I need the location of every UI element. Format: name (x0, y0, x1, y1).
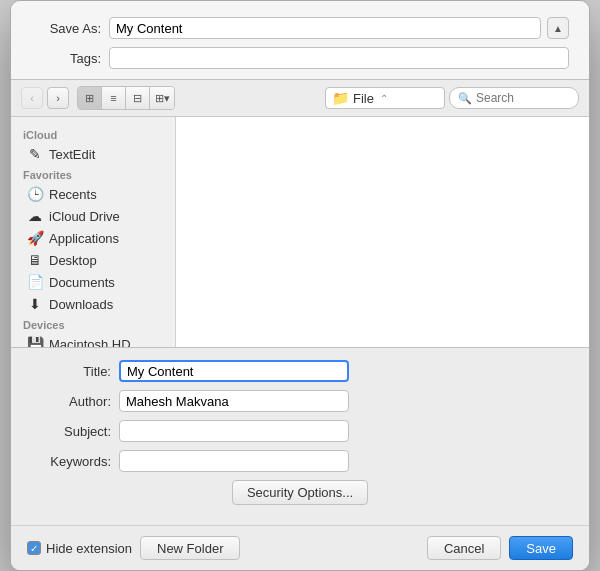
desktop-icon: 🖥 (27, 252, 43, 268)
save-button[interactable]: Save (509, 536, 573, 560)
hide-extension-text: Hide extension (46, 541, 132, 556)
sidebar-item-label: Applications (49, 231, 119, 246)
keywords-row: Keywords: (31, 450, 569, 472)
chevron-up-icon: ▲ (553, 23, 563, 34)
location-selector[interactable]: 📁 File ⌃ (325, 87, 445, 109)
documents-icon: 📄 (27, 274, 43, 290)
sidebar-item-textedit[interactable]: ✎ TextEdit (15, 143, 171, 165)
hard-drive-icon: 💾 (27, 336, 43, 347)
sidebar-item-label: Macintosh HD (49, 337, 131, 348)
save-as-input[interactable] (109, 17, 541, 39)
subject-row: Subject: (31, 420, 569, 442)
toolbar: ‹ › ⊞ ≡ ⊟ ⊞▾ 📁 File ⌃ 🔍 (11, 80, 589, 117)
bottom-section: Title: Author: Subject: Keywords: Securi… (11, 348, 589, 525)
devices-section-label: Devices (11, 315, 175, 333)
save-as-row: Save As: ▲ (31, 17, 569, 39)
textedit-icon: ✎ (27, 146, 43, 162)
keywords-label: Keywords: (31, 454, 111, 469)
author-label: Author: (31, 394, 111, 409)
applications-icon: 🚀 (27, 230, 43, 246)
tags-input[interactable] (109, 47, 569, 69)
sidebar-item-label: TextEdit (49, 147, 95, 162)
view-column-button[interactable]: ⊟ (126, 87, 150, 109)
tags-row: Tags: (31, 47, 569, 69)
sidebar-item-label: Documents (49, 275, 115, 290)
forward-button[interactable]: › (47, 87, 69, 109)
sidebar-item-desktop[interactable]: 🖥 Desktop (15, 249, 171, 271)
browser-main: iCloud ✎ TextEdit Favorites 🕒 Recents ☁ … (11, 117, 589, 347)
icloud-section-label: iCloud (11, 125, 175, 143)
sidebar-item-applications[interactable]: 🚀 Applications (15, 227, 171, 249)
sidebar: iCloud ✎ TextEdit Favorites 🕒 Recents ☁ … (11, 117, 176, 347)
favorites-section-label: Favorites (11, 165, 175, 183)
subject-input[interactable] (119, 420, 349, 442)
browser-wrapper: ‹ › ⊞ ≡ ⊟ ⊞▾ 📁 File ⌃ 🔍 (11, 80, 589, 348)
footer: ✓ Hide extension New Folder Cancel Save (11, 525, 589, 570)
file-area (176, 117, 589, 347)
forward-icon: › (56, 92, 60, 104)
sidebar-item-macintosh-hd[interactable]: 💾 Macintosh HD (15, 333, 171, 347)
search-icon: 🔍 (458, 92, 472, 105)
subject-label: Subject: (31, 424, 111, 439)
sidebar-item-documents[interactable]: 📄 Documents (15, 271, 171, 293)
security-options-button[interactable]: Security Options... (232, 480, 368, 505)
save-as-section: Save As: ▲ Tags: (11, 1, 589, 80)
author-row: Author: (31, 390, 569, 412)
sidebar-item-label: iCloud Drive (49, 209, 120, 224)
view-cover-button[interactable]: ⊞▾ (150, 87, 174, 109)
keywords-input[interactable] (119, 450, 349, 472)
cancel-button[interactable]: Cancel (427, 536, 501, 560)
save-as-label: Save As: (31, 21, 101, 36)
title-label: Title: (31, 364, 111, 379)
location-text: File (353, 91, 374, 106)
icloud-drive-icon: ☁ (27, 208, 43, 224)
folder-icon: 📁 (332, 90, 349, 106)
sidebar-item-recents[interactable]: 🕒 Recents (15, 183, 171, 205)
view-grid-button[interactable]: ⊞ (78, 87, 102, 109)
author-input[interactable] (119, 390, 349, 412)
back-icon: ‹ (30, 92, 34, 104)
sidebar-item-label: Recents (49, 187, 97, 202)
back-button[interactable]: ‹ (21, 87, 43, 109)
new-folder-button[interactable]: New Folder (140, 536, 240, 560)
chevron-down-icon: ⌃ (380, 93, 388, 104)
hide-extension-label[interactable]: ✓ Hide extension (27, 541, 132, 556)
sidebar-item-icloud-drive[interactable]: ☁ iCloud Drive (15, 205, 171, 227)
tags-label: Tags: (31, 51, 101, 66)
collapse-button[interactable]: ▲ (547, 17, 569, 39)
sidebar-item-label: Downloads (49, 297, 113, 312)
title-input[interactable] (119, 360, 349, 382)
recents-icon: 🕒 (27, 186, 43, 202)
sidebar-item-label: Desktop (49, 253, 97, 268)
hide-extension-checkbox[interactable]: ✓ (27, 541, 41, 555)
view-buttons: ⊞ ≡ ⊟ ⊞▾ (77, 86, 175, 110)
search-box[interactable]: 🔍 (449, 87, 579, 109)
title-row: Title: (31, 360, 569, 382)
sidebar-item-downloads[interactable]: ⬇ Downloads (15, 293, 171, 315)
search-input[interactable] (476, 91, 566, 105)
view-list-button[interactable]: ≡ (102, 87, 126, 109)
save-dialog: Save As: ▲ Tags: ‹ › ⊞ ≡ ⊟ ⊞▾ (10, 0, 590, 571)
downloads-icon: ⬇ (27, 296, 43, 312)
